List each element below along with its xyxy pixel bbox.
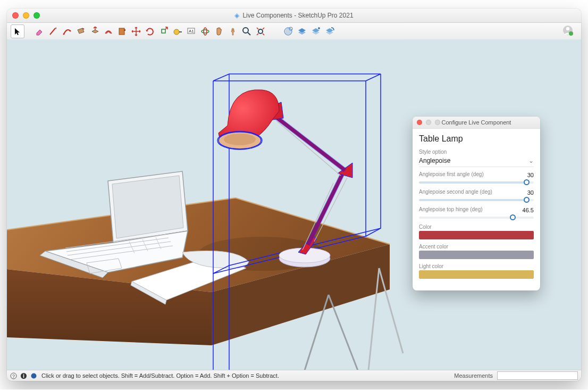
info-icon[interactable] (20, 372, 27, 379)
tool-rotate[interactable] (144, 25, 156, 38)
slider-value-2: 46.5 (523, 207, 534, 213)
svg-point-46 (224, 134, 256, 145)
tool-line[interactable] (47, 25, 60, 38)
svg-text:A1: A1 (189, 29, 194, 34)
svg-rect-4 (162, 29, 165, 33)
svg-point-10 (243, 28, 248, 33)
tool-move[interactable] (130, 25, 142, 38)
svg-text:?: ? (12, 374, 15, 379)
style-option-value: Anglepoise (419, 157, 450, 164)
tool-text[interactable]: A1 (185, 25, 198, 38)
main-toolbar: A1 (7, 23, 581, 40)
color-label-0: Color (419, 224, 534, 230)
slider-track-0 (419, 181, 534, 184)
app-window: ◈ Live Components - SketchUp Pro 2021 A1 (7, 9, 581, 381)
svg-point-16 (569, 31, 573, 36)
window-title: ◈ Live Components - SketchUp Pro 2021 (7, 12, 581, 19)
svg-rect-3 (124, 29, 125, 31)
panel-titlebar[interactable]: Configure Live Component (413, 117, 540, 129)
ext-layers-1[interactable] (296, 25, 308, 38)
app-icon: ◈ (234, 12, 239, 19)
color-label-1: Accent color (419, 244, 534, 250)
slider-thumb-0[interactable] (524, 179, 530, 185)
ext-layers-2[interactable] (309, 25, 322, 38)
status-hint: Click or drag to select objects. Shift =… (41, 372, 279, 379)
account-icon[interactable] (562, 24, 578, 38)
svg-point-11 (258, 29, 263, 34)
tool-eraser[interactable] (33, 25, 46, 38)
ext-layers-3[interactable] (323, 25, 336, 38)
slider-2[interactable] (419, 214, 534, 220)
svg-marker-19 (112, 176, 183, 238)
tool-pan[interactable] (213, 25, 225, 38)
panel-title: Configure Live Component (413, 119, 540, 126)
viewport-3d[interactable]: Configure Live Component Table Lamp Styl… (7, 39, 581, 370)
tool-push-pull[interactable] (88, 25, 101, 38)
slider-track-1 (419, 199, 534, 201)
titlebar: ◈ Live Components - SketchUp Pro 2021 (7, 9, 581, 23)
svg-point-1 (70, 30, 71, 32)
color-label-2: Light color (419, 263, 534, 269)
tool-scale[interactable] (157, 25, 170, 38)
svg-rect-2 (119, 28, 124, 35)
svg-point-15 (566, 27, 569, 30)
svg-point-0 (63, 34, 65, 35)
panel-heading: Table Lamp (419, 134, 534, 144)
slider-thumb-2[interactable] (510, 214, 516, 220)
tool-tape-measure[interactable] (171, 25, 184, 38)
measurements-input[interactable] (497, 371, 578, 380)
status-bar: ? Click or drag to select objects. Shift… (7, 370, 581, 381)
tool-zoom[interactable] (240, 25, 253, 38)
tool-offset[interactable] (102, 25, 115, 38)
tool-select[interactable] (11, 24, 24, 38)
color-swatch-2[interactable] (419, 270, 534, 279)
style-option-select[interactable]: Anglepoise ⌄ (419, 156, 534, 167)
configure-live-component-panel: Configure Live Component Table Lamp Styl… (413, 117, 540, 291)
svg-rect-52 (23, 374, 24, 375)
slider-value-1: 30 (527, 189, 534, 196)
tool-zoom-extents[interactable] (254, 25, 267, 38)
chevron-down-icon: ⌄ (528, 157, 534, 164)
tool-walk[interactable] (226, 25, 239, 38)
slider-label-1: Anglepoise second angle (deg) (419, 189, 492, 195)
slider-label-2: Anglepoise top hinge (deg) (419, 206, 483, 212)
slider-0[interactable] (419, 179, 534, 185)
color-swatch-0[interactable] (419, 231, 534, 239)
svg-point-8 (201, 30, 209, 33)
slider-label-0: Anglepoise first angle (deg) (419, 171, 484, 177)
svg-point-53 (31, 373, 37, 378)
tool-arc[interactable] (61, 25, 73, 38)
window-title-text: Live Components - SketchUp Pro 2021 (242, 12, 353, 19)
tool-orbit[interactable] (199, 25, 212, 38)
geo-icon[interactable] (30, 372, 37, 379)
svg-point-9 (204, 28, 207, 35)
ext-warehouse[interactable] (282, 25, 295, 38)
slider-value-0: 30 (527, 172, 534, 178)
measurements-label: Measurements (454, 372, 493, 379)
tool-paint[interactable] (116, 25, 129, 38)
style-option-label: Style option (419, 149, 534, 155)
slider-1[interactable] (419, 197, 534, 202)
svg-point-5 (174, 29, 179, 35)
svg-rect-51 (23, 375, 24, 378)
slider-thumb-1[interactable] (524, 197, 530, 203)
slider-track-2 (419, 217, 534, 219)
tool-rectangle[interactable] (74, 25, 87, 38)
color-swatch-1[interactable] (419, 251, 534, 259)
help-icon[interactable]: ? (10, 372, 17, 379)
